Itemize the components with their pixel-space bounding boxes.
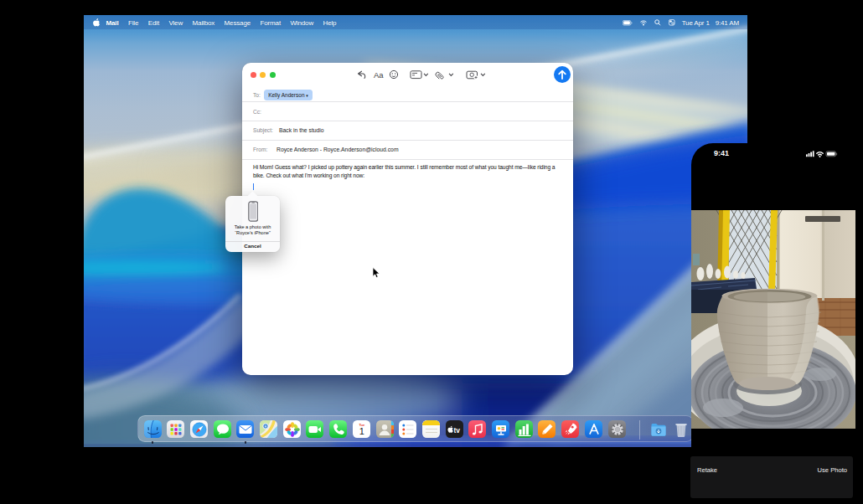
svg-text:tv: tv — [453, 426, 460, 435]
svg-text:Aa: Aa — [374, 70, 384, 80]
